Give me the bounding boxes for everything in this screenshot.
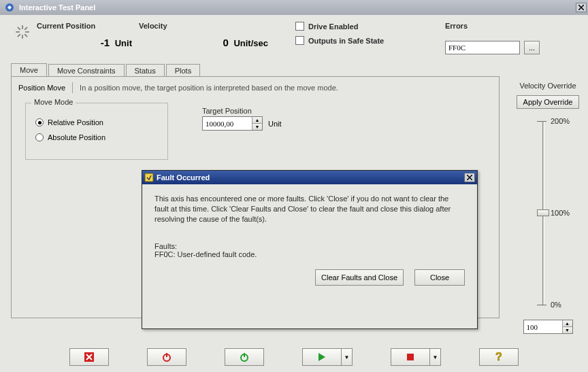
slider-label-100: 100% (551, 209, 570, 217)
dialog-close-button[interactable] (464, 173, 475, 182)
target-position-value[interactable] (203, 117, 252, 130)
current-position-unit: Unit (115, 38, 132, 48)
dialog-close-text-button[interactable]: Close (414, 269, 465, 286)
move-pane-description: In a position move, the target position … (80, 84, 338, 92)
tab-bar: Move Move Constraints Status Plots (11, 61, 500, 76)
dialog-icon (144, 173, 154, 182)
current-position-label: Current Position (37, 22, 139, 30)
dialog-body-text: This axis has encountered one or more fa… (154, 194, 465, 224)
status-row: Current Position -1 Unit Velocity 0 Unit… (0, 15, 588, 54)
separator (72, 82, 73, 93)
app-icon (4, 2, 15, 13)
bottom-toolbar: ▼ ▼ ? (0, 345, 588, 369)
override-slider[interactable]: 200% 100% 0% (527, 118, 568, 316)
svg-line-7 (25, 28, 27, 30)
target-position-down[interactable]: ▼ (252, 124, 262, 130)
errors-field[interactable] (445, 41, 520, 54)
target-position-unit: Unit (268, 120, 282, 128)
target-position-input[interactable]: ▲ ▼ (202, 116, 263, 131)
clear-faults-and-close-button[interactable]: Clear Faults and Close (315, 269, 404, 286)
errors-label: Errors (445, 22, 534, 30)
override-value[interactable] (524, 320, 562, 333)
override-value-input[interactable]: ▲ ▼ (523, 320, 573, 334)
power-off-button[interactable] (147, 348, 186, 366)
override-slider-thumb[interactable] (537, 209, 549, 216)
fault-dialog: Fault Occurred This axis has encountered… (142, 170, 478, 329)
dialog-faults-line: FF0C: User-defined fault code. (154, 250, 465, 258)
tab-plots[interactable]: Plots (166, 64, 200, 77)
velocity-override-panel: Velocity Override Apply Override 200% 10… (514, 82, 581, 334)
dialog-faults-header: Faults: (154, 242, 465, 250)
stop-button[interactable] (391, 348, 430, 366)
drive-enabled-label: Drive Enabled (308, 22, 358, 31)
current-position-value: -1 (101, 37, 110, 48)
svg-line-6 (25, 35, 27, 37)
move-pane-title: Position Move (18, 84, 65, 92)
override-value-up[interactable]: ▲ (562, 320, 572, 327)
velocity-override-title: Velocity Override (519, 82, 576, 90)
radio-absolute-position[interactable] (35, 133, 44, 141)
window-titlebar: Interactive Test Panel (0, 0, 588, 15)
window-title: Interactive Test Panel (18, 3, 576, 12)
dialog-title: Fault Occurred (157, 173, 210, 182)
tab-move[interactable]: Move (11, 63, 47, 77)
svg-line-8 (18, 35, 20, 37)
move-mode-legend: Move Mode (31, 98, 76, 106)
tab-move-constraints[interactable]: Move Constraints (48, 64, 125, 77)
svg-text:?: ? (495, 351, 502, 362)
tab-status[interactable]: Status (126, 64, 165, 77)
window-close-button[interactable] (576, 3, 587, 12)
svg-rect-14 (407, 354, 414, 360)
play-button[interactable] (302, 348, 342, 366)
velocity-unit: Unit/sec (233, 38, 268, 48)
svg-rect-16 (145, 173, 153, 182)
target-position-label: Target Position (202, 107, 282, 115)
slider-label-0: 0% (551, 301, 561, 309)
busy-spinner-icon (15, 24, 30, 39)
velocity-label: Velocity (139, 22, 275, 30)
apply-override-button[interactable]: Apply Override (517, 95, 579, 109)
slider-label-200: 200% (551, 117, 570, 125)
help-button[interactable]: ? (479, 348, 519, 366)
target-position-up[interactable]: ▲ (252, 117, 262, 124)
radio-relative-position[interactable] (35, 118, 44, 126)
errors-more-button[interactable]: ... (524, 41, 540, 54)
power-on-button[interactable] (225, 348, 264, 366)
stop-dropdown[interactable]: ▼ (430, 348, 441, 366)
play-dropdown[interactable]: ▼ (342, 348, 353, 366)
override-value-down[interactable]: ▼ (562, 327, 572, 333)
radio-absolute-label: Absolute Position (48, 133, 105, 141)
radio-relative-label: Relative Position (48, 118, 103, 126)
drive-enabled-checkbox[interactable] (295, 22, 304, 31)
velocity-value: 0 (223, 37, 228, 48)
safe-state-checkbox[interactable] (295, 36, 304, 45)
svg-line-5 (18, 28, 20, 30)
safe-state-label: Outputs in Safe State (308, 37, 384, 45)
abort-button[interactable] (69, 348, 109, 366)
